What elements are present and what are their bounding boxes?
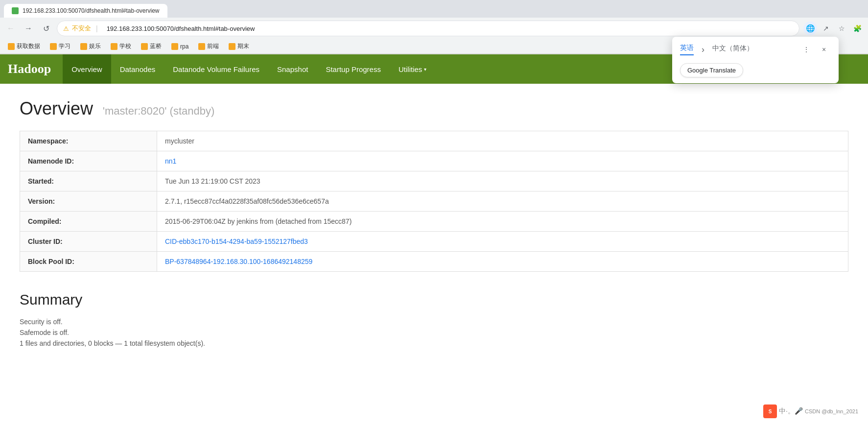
bookmark-item[interactable]: 期末 [225,41,253,51]
translate-body: Google Translate [680,61,831,77]
namenode-id-link[interactable]: nn1 [165,157,176,165]
bookmark-item[interactable]: 获取数据 [4,41,44,51]
security-warning-text: 不安全 [72,24,91,33]
translate-icon[interactable]: 🌐 [803,22,817,35]
share-icon[interactable]: ↗ [819,22,833,35]
utilities-dropdown: Utilities ▾ [399,65,426,73]
summary-line-2: 1 files and directories, 0 blocks — 1 to… [20,339,848,347]
overview-title: Overview [20,98,93,119]
table-label: Namenode ID: [20,151,157,171]
bookmark-item[interactable]: 学习 [46,41,74,51]
bookmark-favicon [198,43,205,50]
browser-tab[interactable]: 192.168.233.100:50070/dfshealth.html#tab… [4,4,167,18]
block-pool-id-link[interactable]: BP-637848964-192.168.30.100-168649214825… [165,258,312,265]
tab-bar: 192.168.233.100:50070/dfshealth.html#tab… [0,0,868,18]
table-value: CID-ebb3c170-b154-4294-ba59-1552127fbed3 [157,232,848,252]
nav-item-snapshot[interactable]: Snapshot [268,54,317,84]
nav-item-overview[interactable]: Overview [63,54,111,84]
summary-line-0: Security is off. [20,318,848,326]
table-row: Version: 2.7.1, r15ecc87ccf4a0228f35af08… [20,191,848,212]
table-value: mycluster [157,131,848,151]
utilities-label: Utilities [399,65,422,73]
bookmark-label: 蓝桥 [150,42,162,50]
bookmark-item[interactable]: rpa [167,42,192,51]
table-label: Version: [20,191,157,212]
nav-item-startup-progress[interactable]: Startup Progress [317,54,390,84]
bookmark-label: rpa [180,43,188,50]
translate-lang-to[interactable]: 中文（简体） [712,44,753,55]
table-label: Namespace: [20,131,157,151]
bookmark-label: 期末 [237,42,249,50]
translate-popup: 英语 › 中文（简体） ⋮ × Google Translate [672,37,839,83]
utilities-dropdown-arrow: ▾ [424,67,426,72]
toolbar-icons: 🌐 ↗ ☆ 🧩 [803,22,864,35]
translate-more-button[interactable]: ⋮ [799,43,813,56]
table-value: Tue Jun 13 21:19:00 CST 2023 [157,171,848,191]
table-row: Started: Tue Jun 13 21:19:00 CST 2023 [20,171,848,191]
bookmark-label: 获取数据 [17,42,40,50]
address-input[interactable] [101,21,793,36]
nav-items: Overview Datanodes Datanode Volume Failu… [63,54,435,84]
bookmark-icon[interactable]: ☆ [835,22,848,35]
bookmark-label: 前端 [207,42,219,50]
nav-item-datanodes[interactable]: Datanodes [111,54,164,84]
translate-separator: › [702,45,704,55]
page-content: Overview 'master:8020' (standby) Namespa… [0,84,868,365]
bookmark-label: 学校 [119,42,131,50]
extensions-icon[interactable]: 🧩 [850,22,864,35]
bookmark-favicon [141,43,148,50]
bookmark-item[interactable]: 蓝桥 [137,41,165,51]
translate-lang-from[interactable]: 英语 [680,44,694,55]
table-row: Block Pool ID: BP-637848964-192.168.30.1… [20,252,848,272]
nav-item-utilities[interactable]: Utilities ▾ [390,54,435,84]
bookmark-item[interactable]: 前端 [194,41,223,51]
page-title: Overview 'master:8020' (standby) [20,98,848,119]
table-row: Namenode ID: nn1 [20,151,848,171]
separator: | [96,24,98,32]
tab-favicon [12,7,19,14]
table-row: Compiled: 2015-06-29T06:04Z by jenkins f… [20,212,848,232]
back-button[interactable]: ← [4,22,18,35]
cluster-id-link[interactable]: CID-ebb3c170-b154-4294-ba59-1552127fbed3 [165,238,308,245]
address-bar-row: ← → ↺ ⚠ 不安全 | 🌐 ↗ ☆ 🧩 [0,18,868,39]
overview-subtitle: 'master:8020' (standby) [103,105,215,117]
translate-actions: ⋮ × [799,43,831,56]
translate-close-button[interactable]: × [817,43,831,56]
table-label: Compiled: [20,212,157,232]
translate-langs: 英语 › 中文（简体） [680,44,753,55]
table-row: Cluster ID: CID-ebb3c170-b154-4294-ba59-… [20,232,848,252]
translate-header: 英语 › 中文（简体） ⋮ × [680,43,831,56]
bookmark-favicon [50,43,57,50]
bookmark-favicon [171,43,178,50]
table-value: nn1 [157,151,848,171]
bookmark-label: 学习 [59,42,70,50]
overview-table: Namespace: mycluster Namenode ID: nn1 St… [20,131,848,272]
summary-line-1: Safemode is off. [20,329,848,336]
bookmark-item[interactable]: 娱乐 [76,41,105,51]
table-label: Started: [20,171,157,191]
bookmark-label: 娱乐 [89,42,101,50]
tab-title: 192.168.233.100:50070/dfshealth.html#tab… [23,7,160,14]
reload-button[interactable]: ↺ [39,22,53,35]
table-row: Namespace: mycluster [20,131,848,151]
table-label: Cluster ID: [20,232,157,252]
summary-title: Summary [20,291,848,308]
bookmark-favicon [229,43,235,50]
bookmark-item[interactable]: 学校 [107,41,135,51]
google-translate-button[interactable]: Google Translate [680,63,743,77]
table-label: Block Pool ID: [20,252,157,272]
summary-section: Summary Security is off. Safemode is off… [20,291,848,347]
table-value: 2.7.1, r15ecc87ccf4a0228f35af08fc56de536… [157,191,848,212]
forward-button[interactable]: → [22,22,35,35]
table-value: 2015-06-29T06:04Z by jenkins from (detac… [157,212,848,232]
bookmark-favicon [80,43,87,50]
bookmark-favicon [8,43,15,50]
bookmark-favicon [111,43,117,50]
table-value: BP-637848964-192.168.30.100-168649214825… [157,252,848,272]
hadoop-logo: Hadoop [8,62,51,76]
nav-item-datanode-volume-failures[interactable]: Datanode Volume Failures [164,54,268,84]
security-warning-icon: ⚠ [63,25,69,32]
